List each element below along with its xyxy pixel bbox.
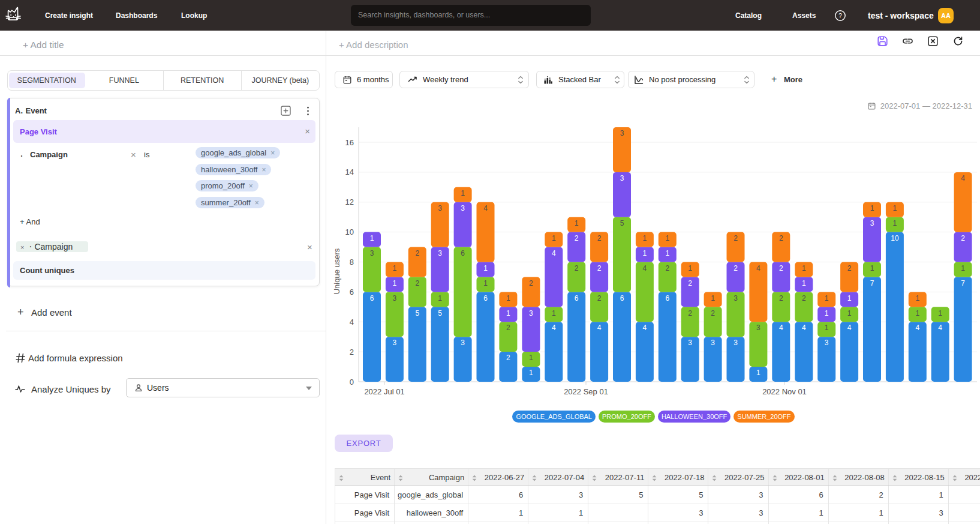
svg-text:6: 6 (620, 294, 624, 303)
svg-text:1: 1 (461, 189, 465, 197)
svg-text:6: 6 (461, 249, 465, 257)
svg-text:2: 2 (688, 279, 692, 288)
svg-text:1: 1 (665, 249, 669, 257)
svg-text:16: 16 (345, 138, 354, 147)
svg-text:3: 3 (825, 339, 829, 347)
svg-text:2: 2 (961, 234, 965, 242)
svg-text:3: 3 (461, 339, 465, 347)
svg-text:3: 3 (620, 129, 624, 137)
svg-text:1: 1 (893, 204, 897, 212)
svg-text:1: 1 (825, 309, 829, 318)
svg-text:1: 1 (802, 264, 806, 273)
svg-text:4: 4 (847, 324, 852, 332)
svg-text:1: 1 (643, 234, 647, 242)
svg-text:3: 3 (393, 339, 397, 347)
svg-text:1: 1 (665, 234, 669, 242)
svg-text:3: 3 (734, 339, 738, 347)
svg-text:2: 2 (415, 249, 419, 257)
svg-text:2: 2 (597, 264, 602, 273)
svg-text:2: 2 (506, 324, 510, 332)
svg-text:4: 4 (350, 318, 354, 327)
svg-text:4: 4 (961, 174, 965, 182)
svg-text:2: 2 (734, 264, 738, 273)
svg-text:1: 1 (370, 234, 374, 242)
svg-text:3: 3 (620, 174, 624, 182)
svg-text:6: 6 (350, 288, 354, 297)
svg-text:4: 4 (802, 324, 806, 332)
svg-text:1: 1 (552, 234, 556, 242)
svg-text:2: 2 (779, 264, 783, 273)
svg-text:3: 3 (461, 204, 465, 212)
svg-text:?: ? (838, 13, 842, 19)
svg-text:6: 6 (370, 294, 374, 303)
svg-text:1: 1 (825, 294, 829, 303)
svg-text:1: 1 (393, 264, 397, 273)
svg-text:1: 1 (483, 279, 488, 288)
svg-text:4: 4 (643, 324, 647, 332)
svg-text:1: 1 (529, 354, 533, 362)
svg-text:1: 1 (506, 309, 510, 318)
svg-text:Unique users: Unique users (332, 248, 341, 294)
svg-text:2: 2 (711, 309, 715, 318)
svg-text:1: 1 (438, 294, 442, 303)
svg-text:2022 Nov 01: 2022 Nov 01 (762, 387, 807, 396)
svg-text:2: 2 (802, 294, 806, 303)
svg-text:1: 1 (756, 369, 760, 377)
svg-text:7: 7 (961, 279, 965, 288)
svg-text:1: 1 (575, 219, 579, 227)
svg-text:2: 2 (529, 279, 533, 288)
svg-text:1: 1 (893, 219, 897, 227)
svg-text:4: 4 (779, 324, 783, 332)
svg-text:1: 1 (847, 309, 852, 318)
svg-text:4: 4 (756, 264, 760, 273)
svg-text:1: 1 (506, 294, 510, 303)
svg-text:2022 Sep 01: 2022 Sep 01 (564, 387, 608, 396)
svg-text:1: 1 (529, 369, 533, 377)
svg-text:3: 3 (756, 324, 760, 332)
svg-text:1: 1 (961, 264, 965, 273)
svg-text:3: 3 (870, 219, 874, 227)
svg-text:1: 1 (825, 324, 829, 332)
svg-text:2: 2 (665, 264, 669, 273)
svg-text:1: 1 (870, 264, 874, 273)
svg-text:1: 1 (915, 309, 919, 318)
svg-text:1: 1 (552, 309, 556, 318)
svg-text:6: 6 (665, 294, 669, 303)
svg-text:2: 2 (506, 354, 510, 362)
svg-text:8: 8 (350, 257, 354, 267)
svg-text:4: 4 (483, 204, 488, 212)
svg-text:1: 1 (870, 204, 874, 212)
svg-text:2022 Jul 01: 2022 Jul 01 (364, 387, 404, 396)
svg-text:12: 12 (345, 197, 354, 206)
svg-text:4: 4 (643, 264, 647, 273)
svg-text:1: 1 (915, 294, 919, 303)
svg-text:1: 1 (938, 309, 942, 318)
svg-text:7: 7 (870, 279, 874, 288)
svg-text:3: 3 (688, 339, 692, 347)
svg-text:1: 1 (643, 249, 647, 257)
svg-text:10: 10 (891, 234, 899, 242)
svg-text:1: 1 (711, 294, 715, 303)
svg-text:4: 4 (938, 324, 942, 332)
svg-text:2: 2 (575, 234, 579, 242)
svg-text:4: 4 (597, 324, 602, 332)
svg-text:2: 2 (847, 264, 852, 273)
svg-text:6: 6 (483, 294, 488, 303)
svg-text:3: 3 (734, 294, 738, 303)
svg-text:3: 3 (711, 339, 715, 347)
svg-text:1: 1 (688, 264, 692, 273)
svg-text:3: 3 (393, 294, 397, 303)
svg-text:3: 3 (438, 249, 442, 257)
svg-text:5: 5 (415, 309, 419, 318)
svg-text:10: 10 (345, 227, 354, 236)
svg-text:1: 1 (847, 294, 852, 303)
svg-text:3: 3 (370, 249, 374, 257)
svg-text:3: 3 (529, 309, 533, 318)
svg-text:1: 1 (483, 264, 488, 273)
svg-text:2: 2 (597, 294, 602, 303)
svg-text:1: 1 (393, 279, 397, 288)
svg-text:2: 2 (734, 234, 738, 242)
svg-text:2: 2 (415, 279, 419, 288)
svg-text:1: 1 (802, 279, 806, 288)
svg-text:5: 5 (438, 309, 442, 318)
